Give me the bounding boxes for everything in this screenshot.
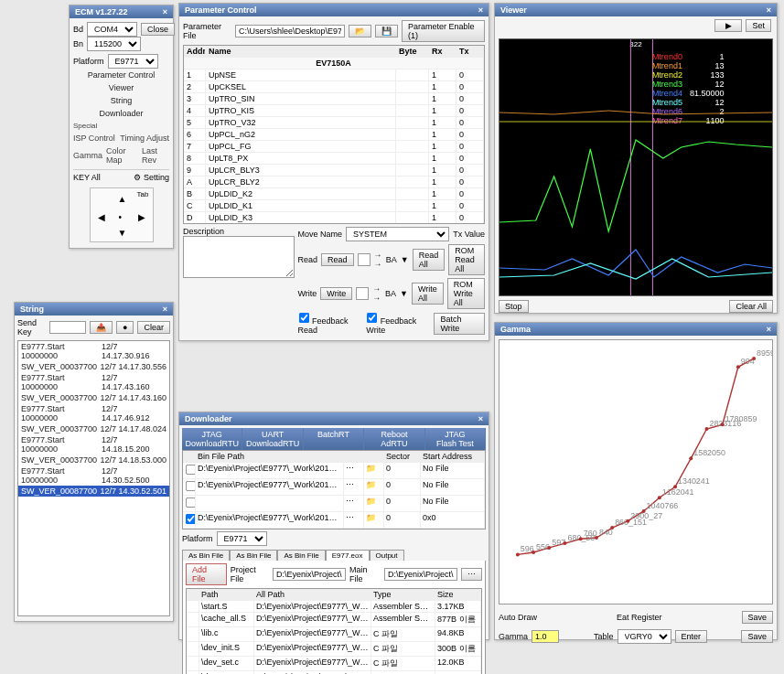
lastrev-link[interactable]: Last Rev	[142, 146, 169, 165]
proj-row[interactable]: \dev_set.cD:\Eyenix\Project\E9777\_Work\…	[187, 657, 481, 671]
down-titlebar[interactable]: Downloader ×	[179, 412, 489, 425]
close-icon[interactable]: ×	[163, 305, 167, 314]
file-row[interactable]: D:\Eyenix\Project\E9777\_Work\20121114_C…	[183, 479, 485, 496]
param-row[interactable]: 1UpNSE10	[184, 70, 484, 81]
set-button[interactable]: Set	[746, 19, 771, 32]
proj-row[interactable]: \lib.cD:\Eyenix\Project\E9777\_Work\2112…	[187, 627, 481, 642]
param-row[interactable]: AUpLCR_BLY210	[184, 177, 484, 188]
addfile-button[interactable]: Add File	[186, 563, 227, 585]
down-hdr-cell[interactable]: UARTDownloadRTU	[242, 428, 303, 450]
fbread-check[interactable]: Feedback Read	[298, 312, 363, 335]
param-row[interactable]: 4UpTRO_KIS10	[184, 105, 484, 117]
tab[interactable]: Output	[370, 550, 404, 561]
tab[interactable]: As Bin File	[277, 550, 325, 561]
param-row[interactable]: CUpLDID_K110	[184, 200, 484, 212]
arrow-down-icon[interactable]: ▼	[118, 228, 127, 238]
arrow-right-icon[interactable]: ▶	[138, 212, 145, 222]
proj-row[interactable]: \dev_init.SD:\Eyenix\Project\E9777\_Work…	[187, 642, 481, 657]
down-hdr-cell[interactable]: JTAGFlash Test	[425, 428, 486, 450]
gamma-link[interactable]: Gamma	[73, 151, 102, 160]
log-row[interactable]: E9777.Start 1000000012/7 14.17.30.916	[18, 341, 169, 361]
log-row[interactable]: SW_VER_0003770012/7 14.17.48.024	[18, 423, 169, 434]
table-select[interactable]: VGRY0	[618, 629, 671, 644]
readall-button[interactable]: Read All	[413, 249, 446, 271]
bd-select[interactable]: COM4	[87, 22, 137, 37]
string-titlebar[interactable]: String ×	[15, 303, 173, 316]
desc-input[interactable]	[183, 236, 295, 278]
open-icon[interactable]: 📂	[349, 25, 371, 37]
move-select[interactable]: SYSTEM	[346, 227, 449, 241]
projfile-input[interactable]	[273, 568, 346, 581]
writeall-button[interactable]: Write All	[412, 283, 444, 305]
browse-icon[interactable]: ⋯	[461, 568, 482, 581]
close-icon[interactable]: ×	[767, 5, 771, 15]
file-row[interactable]: ⋯📁0No File	[183, 496, 485, 512]
param-titlebar[interactable]: Parameter Control ×	[179, 4, 489, 16]
bn-select[interactable]: 115200	[87, 37, 141, 51]
down-hdr-cell[interactable]: JTAGDownloadRTU	[182, 428, 242, 450]
isp-link[interactable]: ISP Control	[73, 134, 115, 143]
param-row[interactable]: 6UpPCL_nG210	[184, 129, 484, 141]
tab[interactable]: E977.eox	[326, 550, 370, 561]
param-row[interactable]: 7UpPCL_FG10	[184, 141, 484, 153]
timing-link[interactable]: Timing Adjust	[120, 134, 169, 143]
proj-row[interactable]: \start.SD:\Eyenix\Project\E9777\_Work\21…	[187, 601, 481, 613]
tab[interactable]: As Bin File	[230, 550, 277, 561]
param-enable-button[interactable]: Parameter Enable (1)	[402, 20, 485, 42]
param-row[interactable]: BUpLDID_K210	[184, 188, 484, 200]
proj-row[interactable]: \cache_all.SD:\Eyenix\Project\E9777\_Wor…	[187, 613, 481, 627]
log-row[interactable]: SW_VER_0003770012/7 14.17.43.160	[18, 392, 169, 403]
close-icon[interactable]: ×	[163, 7, 167, 16]
down-hdr-cell[interactable]: BatchRT	[304, 428, 364, 450]
sendkey-input[interactable]	[49, 321, 86, 334]
down-hdr-cell[interactable]: RebootAdRTU	[364, 428, 424, 450]
gamma-input[interactable]	[532, 630, 559, 643]
batch-button[interactable]: Batch Write	[434, 313, 485, 335]
play-button[interactable]: ▶	[714, 19, 742, 32]
mainfile-input[interactable]	[384, 568, 457, 581]
scope-area[interactable]: 322 Mtrend0 1Mtrend1 13Mtrend2 133Mtrend…	[499, 38, 773, 296]
nav-viewer[interactable]: Viewer	[73, 81, 169, 94]
string-log[interactable]: E9777.Start 1000000012/7 14.17.30.916SW_…	[17, 340, 170, 616]
arrow-up-icon[interactable]: ▲	[118, 194, 127, 204]
write-button[interactable]: Write	[320, 287, 352, 300]
record-button[interactable]: ●	[116, 321, 134, 334]
stop-button[interactable]: Stop	[499, 300, 529, 313]
gamma-plot[interactable]: 596556597680_50760840860_1512900_2710407…	[499, 339, 773, 604]
gamma-save-button-2[interactable]: Save	[741, 630, 773, 643]
param-row[interactable]: DUpLDID_K310	[184, 212, 484, 224]
gamma-save-button[interactable]: Save	[742, 611, 774, 624]
viewer-titlebar[interactable]: Viewer ×	[495, 4, 777, 16]
log-row[interactable]: E9777.Start 1000000012/7 14.17.43.160	[18, 372, 169, 392]
read-button[interactable]: Read	[321, 253, 354, 266]
down-platform-select[interactable]: E9771	[217, 531, 267, 546]
send-button[interactable]: 📤	[90, 321, 113, 334]
log-row[interactable]: SW_VER_0003770012/7 14.18.53.000	[18, 455, 169, 465]
clearall-button[interactable]: Clear All	[729, 300, 773, 313]
param-row[interactable]: 2UpCKSEL10	[184, 81, 484, 93]
paramfile-input[interactable]	[235, 25, 345, 37]
close-icon[interactable]: ×	[478, 414, 483, 423]
down-proj-grid[interactable]: PathAll PathTypeSize\start.SD:\Eyenix\Pr…	[186, 588, 482, 674]
log-row[interactable]: E9777.Start 1000000012/7 14.18.15.200	[18, 434, 169, 455]
ecm-titlebar[interactable]: ECM v1.27.22 ×	[70, 5, 173, 18]
down-header[interactable]: JTAGDownloadRTUUARTDownloadRTUBatchRTReb…	[182, 428, 486, 450]
save-icon[interactable]: 💾	[375, 25, 398, 37]
colormap-link[interactable]: Color Map	[106, 146, 138, 165]
nav-string[interactable]: String	[73, 94, 169, 107]
read-n1[interactable]	[358, 253, 371, 266]
param-grid[interactable]: AddrNameByteRxTxEV7150A1UpNSE102UpCKSEL1…	[183, 45, 485, 224]
param-row[interactable]: 9UpLCR_BLY310	[184, 165, 484, 177]
down-tabs[interactable]: As Bin FileAs Bin FileAs Bin FileE977.eo…	[182, 550, 486, 561]
keyall-link[interactable]: KEY All	[73, 173, 101, 182]
nav-pad[interactable]: Tab ▲ ◀ ▶ ▼ •	[90, 187, 154, 242]
gamma-titlebar[interactable]: Gamma ×	[495, 323, 777, 336]
romwriteall-button[interactable]: ROM Write All	[447, 278, 485, 309]
clear-button[interactable]: Clear	[137, 321, 170, 334]
enter-button[interactable]: Enter	[675, 630, 708, 643]
log-row[interactable]: E9777.Start 1000000012/7 14.17.46.912	[18, 403, 169, 423]
nav-downloader[interactable]: Downloader	[73, 107, 169, 120]
platform-select[interactable]: E9771	[108, 54, 158, 69]
setting-link[interactable]: ⚙ Setting	[134, 173, 169, 182]
romreadall-button[interactable]: ROM Read All	[448, 244, 485, 275]
